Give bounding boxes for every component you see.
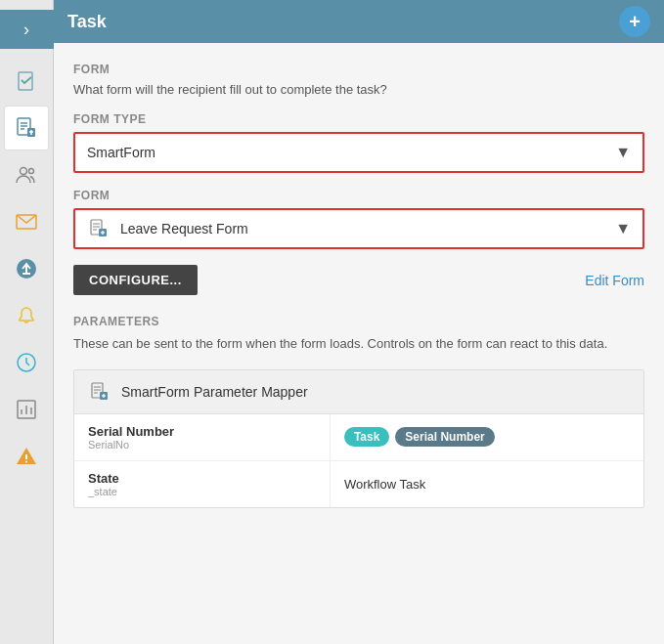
form-type-group: FORM TYPE SmartForm ▼	[73, 112, 644, 173]
form-select-content: Leave Request Form	[87, 217, 248, 240]
form-type-selected: SmartForm	[87, 145, 155, 160]
sidebar-item-clock[interactable]	[4, 340, 49, 385]
sidebar-item-tasks[interactable]	[4, 59, 49, 104]
form-section: FORM What form will the recipient fill o…	[73, 63, 644, 97]
configure-button[interactable]: CONFIGURE...	[73, 265, 198, 295]
mapper-header: SmartForm Parameter Mapper	[74, 370, 643, 414]
mapper-cell-state-left: State _state	[74, 461, 331, 507]
form-select-dropdown[interactable]: Leave Request Form ▼	[73, 208, 644, 249]
mapper-row-state: State _state Workflow Task	[74, 461, 643, 507]
reports-icon	[15, 398, 38, 421]
mapper-cell-serial-right: Task Serial Number	[331, 414, 643, 460]
mapper-title: SmartForm Parameter Mapper	[121, 384, 308, 400]
sidebar-item-mail[interactable]	[4, 199, 49, 244]
chevron-down-icon-2: ▼	[615, 220, 631, 237]
state-value: Workflow Task	[344, 477, 425, 492]
mapper-row-serial: Serial Number SerialNo Task Serial Numbe…	[74, 414, 643, 461]
tag-serial-number: Serial Number	[395, 427, 494, 447]
svg-point-8	[21, 168, 27, 175]
sidebar-toggle-button[interactable]: ›	[0, 10, 54, 49]
sidebar-item-forms[interactable]	[4, 106, 49, 150]
parameters-desc: These can be sent to the form when the f…	[73, 334, 644, 354]
form-section-desc: What form will the recipient fill out to…	[73, 82, 644, 97]
serial-field-sublabel: SerialNo	[88, 439, 316, 451]
bell-icon	[15, 304, 38, 327]
form-type-dropdown[interactable]: SmartForm ▼	[73, 132, 644, 173]
chevron-right-icon: ›	[23, 20, 29, 40]
edit-form-link[interactable]: Edit Form	[585, 273, 644, 288]
sidebar-item-warning[interactable]	[4, 434, 49, 479]
main-content: Task + FORM What form will the recipient…	[54, 0, 664, 644]
configure-row: CONFIGURE... Edit Form	[73, 265, 644, 295]
warning-icon	[15, 445, 38, 468]
content-area: FORM What form will the recipient fill o…	[54, 43, 664, 644]
sidebar-item-upload[interactable]	[4, 246, 49, 291]
form-section-label: FORM	[73, 63, 644, 76]
page-title: Task	[67, 12, 107, 32]
sidebar: ›	[0, 0, 54, 644]
state-field-label: State	[88, 471, 316, 486]
form-doc-icon	[87, 217, 111, 240]
mapper-cell-serial-left: Serial Number SerialNo	[74, 414, 331, 460]
mail-icon	[15, 210, 38, 234]
clock-icon	[15, 351, 38, 374]
add-button[interactable]: +	[619, 6, 650, 37]
task-icon	[15, 69, 38, 93]
upload-icon	[15, 257, 38, 280]
parameters-label: PARAMETERS	[73, 315, 644, 328]
users-icon	[15, 163, 38, 187]
form-select-group: FORM Leave Request Fo	[73, 189, 644, 249]
mapper-icon	[88, 380, 111, 404]
serial-field-label: Serial Number	[88, 424, 316, 439]
form-select-label: FORM	[73, 189, 644, 202]
plus-icon: +	[629, 11, 641, 33]
form-type-label: FORM TYPE	[73, 112, 644, 126]
svg-point-9	[29, 169, 34, 174]
parameters-section: PARAMETERS These can be sent to the form…	[73, 315, 644, 354]
chevron-down-icon: ▼	[615, 144, 631, 161]
form-select-value: Leave Request Form	[120, 221, 248, 236]
state-field-sublabel: _state	[88, 486, 316, 497]
sidebar-item-notifications[interactable]	[4, 293, 49, 338]
header: Task +	[54, 0, 664, 43]
forms-icon	[15, 116, 38, 140]
mapper-cell-state-right: Workflow Task	[331, 461, 643, 507]
svg-point-20	[25, 461, 27, 463]
sidebar-item-reports[interactable]	[4, 387, 49, 432]
tag-task: Task	[344, 427, 389, 447]
sidebar-item-users[interactable]	[4, 152, 49, 197]
mapper-container: SmartForm Parameter Mapper Serial Number…	[73, 369, 644, 508]
